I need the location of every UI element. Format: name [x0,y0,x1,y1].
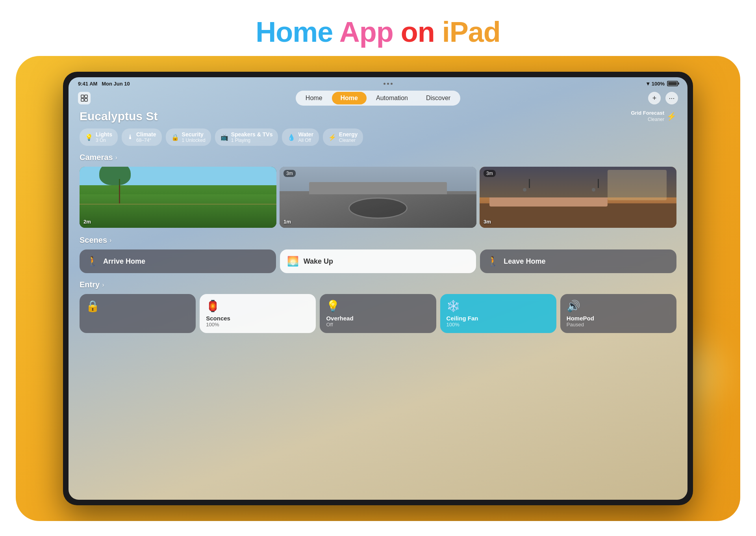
grid-forecast-icon: ⚡ [667,112,676,121]
home-title-row: Eucalyptus St Grid Forecast Cleaner ⚡ [80,110,676,123]
entry-label: Entry [80,280,100,289]
entry-fan-sub: 100% [447,322,550,328]
grid-view-button[interactable] [78,92,91,104]
camera-card-driveway[interactable]: 3m 1m [280,167,476,228]
entry-ceiling-fan[interactable]: ❄️ Ceiling Fan 100% [440,294,556,333]
camera-driveway-time: 1m [284,219,291,225]
scene-arrive-icon: 🚶 [87,256,98,267]
entry-overhead-icon: 💡 [326,300,430,313]
cameras-arrow: › [115,154,117,161]
camera-living-time: 3m [484,219,491,225]
nav-tab-group: Home Home Automation Discover [296,91,460,106]
ipad-screen: 9:41 AM Mon Jun 10 ▾ 100% [69,77,687,500]
title-word-home: Home [256,16,333,48]
nav-action-buttons: + ··· [648,92,678,104]
pill-water[interactable]: 💧 Water All Off [282,128,319,146]
status-time: 9:41 AM Mon Jun 10 [78,81,130,87]
camera-yard-time: 2m [83,219,91,225]
pill-security[interactable]: 🔒 Security 1 Unlocked [166,128,211,146]
svg-rect-1 [85,95,87,98]
status-right: ▾ 100% [647,80,678,87]
scenes-row: 🚶 Arrive Home 🌅 Wake Up 🚶 Leave Home [80,249,676,273]
entry-homepod[interactable]: 🔊 HomePod Paused [560,294,676,333]
entry-fan-icon: ❄️ [447,300,550,313]
svg-rect-2 [81,99,84,101]
pill-lights[interactable]: 💡 Lights 3 On [80,128,118,146]
svg-rect-3 [85,99,87,101]
wifi-icon: ▾ [647,80,649,87]
pill-climate[interactable]: 🌡 Climate 68–74° [122,128,162,146]
cameras-section-header: Cameras › [80,153,676,162]
cameras-label: Cameras [80,153,113,162]
entry-sconces-label: Sconces [206,315,309,322]
entry-sconces[interactable]: 🏮 Sconces 100% [200,294,316,333]
tab-automation[interactable]: Automation [367,92,417,104]
entry-sconces-icon: 🏮 [206,300,309,313]
entry-overhead-sub: Off [326,322,430,328]
cameras-row: 2m 3m 1m [80,167,676,228]
scene-wake-icon: 🌅 [287,256,299,267]
home-location-title: Eucalyptus St [80,110,158,123]
category-pills: 💡 Lights 3 On 🌡 Climate 68–74° [80,128,676,146]
scene-leave-icon: 🚶 [487,256,499,267]
status-bar: 9:41 AM Mon Jun 10 ▾ 100% [69,77,687,88]
ipad-device: 9:41 AM Mon Jun 10 ▾ 100% [63,72,693,505]
app-content: Eucalyptus St Grid Forecast Cleaner ⚡ 💡 [69,110,687,333]
grid-forecast[interactable]: Grid Forecast Cleaner ⚡ [631,110,676,123]
status-center-dots [384,83,393,85]
camera-card-yard[interactable]: 2m [80,167,276,228]
battery-icon [667,81,678,86]
scenes-arrow: › [109,237,111,244]
entry-homepod-sub: Paused [567,322,670,328]
pill-energy[interactable]: ⚡ Energy Cleaner [323,128,363,146]
entry-sconces-sub: 100% [206,322,309,328]
scene-arrive-label: Arrive Home [103,257,145,266]
outer-frame: 9:41 AM Mon Jun 10 ▾ 100% [16,56,740,521]
tab-home-selected[interactable]: Home [332,92,367,104]
camera-driveway-time-top: 3m [284,170,296,177]
entry-overhead-label: Overhead [326,315,430,322]
tab-home[interactable]: Home [297,92,331,104]
scenes-section-header: Scenes › [80,236,676,245]
grid-forecast-label: Grid Forecast [631,110,664,117]
scene-leave-label: Leave Home [504,257,545,266]
entry-row: 🔒 🏮 Sconces 100% 💡 Overhead Off [80,294,676,333]
top-navigation: Home Home Automation Discover + ··· [69,88,687,110]
battery-pct-label: 100% [652,81,665,87]
entry-arrow: › [102,281,104,288]
add-button[interactable]: + [648,92,661,104]
grid-forecast-sub: Cleaner [631,117,664,123]
entry-homepod-icon: 🔊 [567,300,670,313]
entry-section-header: Entry › [80,280,676,289]
tab-discover[interactable]: Discover [417,92,459,104]
page-title: Home App on iPad [256,16,500,48]
title-word-ipad: iPad [442,16,500,48]
more-button[interactable]: ··· [665,92,678,104]
entry-lock-icon: 🔒 [86,300,189,313]
scene-wake-up[interactable]: 🌅 Wake Up [280,249,476,273]
scene-leave-home[interactable]: 🚶 Leave Home [480,249,676,273]
scene-arrive-home[interactable]: 🚶 Arrive Home [80,249,276,273]
pill-speakers-tvs[interactable]: 📺 Speakers & TVs 1 Playing [215,128,278,146]
title-word-app: App [339,16,393,48]
scenes-label: Scenes [80,236,107,245]
title-word-on: on [401,16,435,48]
entry-homepod-label: HomePod [567,315,670,322]
camera-living-time-top: 3m [484,170,496,177]
entry-overhead[interactable]: 💡 Overhead Off [320,294,436,333]
scene-wake-label: Wake Up [304,257,333,266]
svg-rect-0 [81,95,84,98]
entry-fan-label: Ceiling Fan [447,315,550,322]
entry-lock[interactable]: 🔒 [80,294,196,333]
camera-card-living-room[interactable]: 3m 3m [480,167,676,228]
